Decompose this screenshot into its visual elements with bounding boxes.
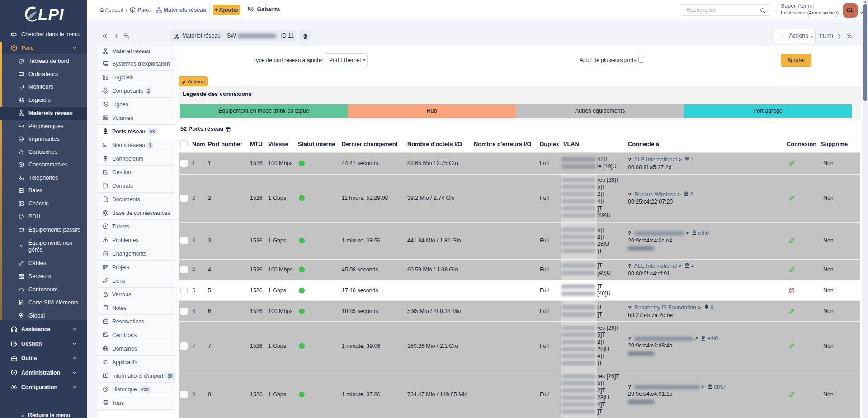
svg-text:LPI: LPI [38,5,64,23]
